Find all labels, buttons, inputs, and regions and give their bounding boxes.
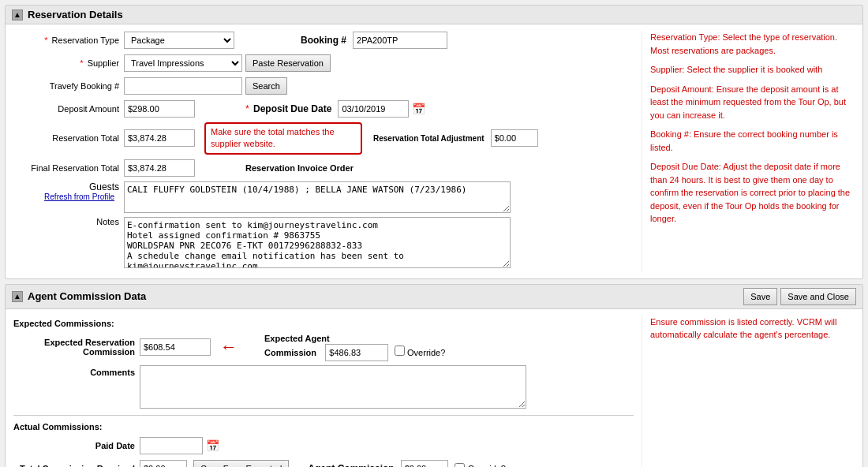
deposit-controls: * Deposit Due Date 📅 (124, 100, 425, 118)
res-total-adj-label: Reservation Total Adjustment (373, 133, 485, 144)
reservation-type-select[interactable]: Package (124, 32, 234, 49)
hint-booking-hash: Booking #: Ensure the correct booking nu… (650, 128, 855, 154)
expected-agent-commission-input[interactable] (325, 344, 388, 361)
hint-deposit-amount: Deposit Amount: Ensure the deposit amoun… (650, 83, 855, 122)
deposit-due-label: * Deposit Due Date (245, 103, 331, 114)
paid-date-label: Paid Date (13, 441, 140, 450)
collapse-icon[interactable]: ▲ (12, 9, 23, 21)
comments-textarea[interactable] (140, 365, 526, 409)
expected-commissions-title: Expected Commissions: (13, 319, 634, 328)
reservation-type-label: * Reservation Type (13, 35, 124, 45)
final-total-controls: Reservation Invoice Order (124, 159, 354, 177)
commission-hints: Ensure commission is listed correctly. V… (642, 316, 855, 467)
commission-actions: Save Save and Close (743, 288, 856, 305)
hint-reservation-type: Reservation Type: Select the type of res… (650, 31, 855, 57)
notes-row: Notes E-confirmation sent to kim@journey… (13, 217, 634, 268)
travefy-label: Travefy Booking # (13, 81, 124, 91)
deposit-row: Deposit Amount * Deposit Due Date 📅 (13, 99, 634, 118)
deposit-amount-input[interactable] (124, 100, 195, 118)
expected-res-commission-input[interactable] (140, 338, 211, 356)
supplier-controls: Travel Impressions Paste Reservation (124, 54, 331, 72)
hint-supplier: Supplier: Select the supplier it is book… (650, 63, 855, 77)
total-commission-received-row: Total Commission Received Copy From Expe… (13, 459, 634, 467)
reservation-type-row: * Reservation Type Package Booking # (13, 31, 634, 50)
override2-checkbox[interactable] (455, 463, 465, 467)
travefy-row: Travefy Booking # Search (13, 77, 634, 95)
paid-date-controls: 📅 (140, 437, 219, 454)
guests-row: Guests Refresh from Profile CALI FLUFFY … (13, 181, 634, 213)
copy-from-expected-button[interactable]: Copy From Expected (193, 460, 289, 467)
reservation-hints: Reservation Type: Select the type of res… (642, 31, 855, 272)
save-button[interactable]: Save (743, 288, 777, 305)
override-label: Override? (407, 348, 445, 357)
commission-layout: Expected Commissions: Expected Reservati… (13, 316, 855, 467)
supplier-row: * Supplier Travel Impressions Paste Rese… (13, 54, 634, 73)
total-matches-annotation: Make sure the total matches the supplier… (204, 122, 362, 155)
required-star-2: * (80, 58, 83, 68)
expected-res-commission-row: Expected Reservation Commission ← Expect… (13, 333, 634, 361)
paid-date-calendar-icon[interactable]: 📅 (206, 439, 219, 452)
paste-reservation-button[interactable]: Paste Reservation (245, 54, 331, 72)
invoice-order-label: Reservation Invoice Order (245, 163, 354, 173)
refresh-from-profile[interactable]: Refresh from Profile (13, 192, 119, 201)
agent-commission-section: ▲ Agent Commission Data Save Save and Cl… (5, 284, 863, 467)
paid-date-input[interactable] (140, 437, 203, 454)
expected-res-commission-label: Expected Reservation Commission (13, 338, 140, 357)
booking-hash-label: Booking # (301, 35, 346, 46)
reservation-total-input[interactable] (124, 129, 195, 147)
save-and-close-button[interactable]: Save and Close (780, 288, 856, 305)
reservation-type-control: Package Booking # (124, 32, 447, 49)
actual-commissions-title: Actual Commissions: (13, 422, 634, 432)
commission-divider (13, 415, 634, 416)
total-commission-received-input[interactable] (140, 460, 187, 467)
notes-textarea[interactable]: E-confirmation sent to kim@journeystrave… (124, 217, 511, 268)
guests-textarea[interactable]: CALI FLUFFY GOLDSTEIN (10/4/1988) ; BELL… (124, 181, 511, 213)
expected-res-commission-controls: ← Expected AgentCommission Override? (140, 333, 445, 361)
total-commission-received-controls: Copy From Expected Agent Commission Over… (140, 460, 506, 467)
reservation-total-label: Reservation Total (13, 133, 124, 143)
reservation-details-header: ▲ Reservation Details (6, 6, 862, 24)
supplier-label: * Supplier (13, 58, 124, 68)
guests-label: Guests (13, 181, 119, 192)
reservation-total-controls: Make sure the total matches the supplier… (124, 122, 538, 155)
arrow-annotation: ← (220, 337, 238, 357)
expected-agent-commission-group: Expected AgentCommission Override? (264, 333, 445, 361)
comments-label: Comments (13, 365, 140, 377)
commission-body: Expected Commissions: Expected Reservati… (6, 309, 862, 467)
commission-header-left: ▲ Agent Commission Data (12, 290, 146, 302)
hint-deposit-due-date: Deposit Due Date: Adjust the deposit dat… (650, 160, 855, 226)
deposit-amount-label: Deposit Amount (13, 104, 124, 114)
reservation-total-adj-input[interactable] (491, 129, 538, 147)
required-star: * (44, 35, 47, 45)
expected-agent-commission-label: Expected AgentCommission (264, 334, 330, 357)
paid-date-row: Paid Date 📅 (13, 436, 634, 455)
notes-label: Notes (13, 217, 124, 226)
final-total-label: Final Reservation Total (13, 163, 124, 173)
commission-form: Expected Commissions: Expected Reservati… (13, 316, 642, 467)
hint-commission: Ensure commission is listed correctly. V… (650, 316, 855, 342)
supplier-select[interactable]: Travel Impressions (124, 54, 242, 72)
travefy-input[interactable] (124, 77, 242, 95)
reservation-form: * Reservation Type Package Booking # (13, 31, 642, 272)
calendar-icon[interactable]: 📅 (412, 103, 425, 115)
reservation-details-body: * Reservation Type Package Booking # (6, 24, 862, 278)
reservation-details-section: ▲ Reservation Details * Reservation Type… (5, 5, 863, 279)
agent-commission-actual-input[interactable] (401, 460, 448, 467)
deposit-due-date-input[interactable] (338, 100, 409, 118)
booking-hash-input[interactable] (353, 32, 447, 49)
commission-header: ▲ Agent Commission Data Save Save and Cl… (6, 285, 862, 309)
commission-collapse-icon[interactable]: ▲ (12, 291, 23, 302)
travefy-controls: Search (124, 77, 287, 95)
reservation-details-title: Reservation Details (28, 9, 123, 21)
override2-label: Override? (468, 464, 506, 467)
comments-row: Comments (13, 365, 634, 409)
final-total-row: Final Reservation Total Reservation Invo… (13, 159, 634, 177)
search-button[interactable]: Search (245, 77, 287, 95)
final-total-input[interactable] (124, 159, 195, 177)
reservation-total-row: Reservation Total Make sure the total ma… (13, 122, 634, 155)
agent-commission-actual-label: Agent Commission (308, 463, 394, 467)
total-commission-received-label: Total Commission Received (13, 464, 140, 467)
override-checkbox[interactable] (395, 346, 405, 356)
reservation-layout: * Reservation Type Package Booking # (13, 31, 855, 272)
guests-label-area: Guests Refresh from Profile (13, 181, 124, 201)
